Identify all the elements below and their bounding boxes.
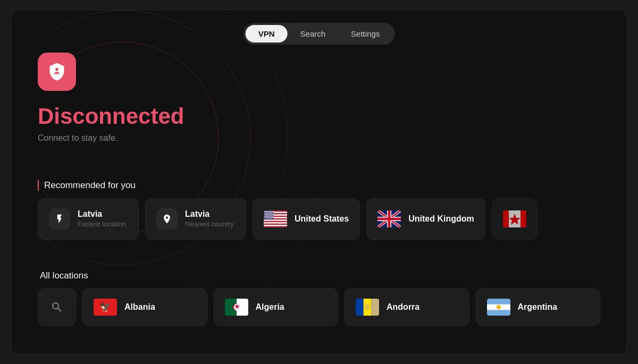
recommended-cards-row: Latvia Fastest location Latvia Nearest c… — [38, 198, 600, 240]
left-content: Disconnected Connect to stay safe. — [38, 53, 184, 164]
latvia-nearest-text: Latvia Nearest country — [185, 209, 234, 228]
svg-rect-48 — [521, 210, 526, 227]
argentina-name: Argentina — [518, 302, 558, 312]
svg-rect-59 — [371, 299, 379, 316]
all-locations-section: All locations 🦅 Albania — [11, 270, 627, 326]
andorra-name: Andorra — [387, 302, 419, 312]
svg-point-26 — [269, 214, 270, 215]
shield-lock-icon — [47, 62, 66, 81]
svg-point-35 — [266, 216, 267, 217]
svg-point-38 — [271, 216, 272, 217]
search-card[interactable] — [38, 289, 76, 326]
app-window: VPN Search Settings Disconnected Connect… — [11, 10, 627, 355]
tab-search[interactable]: Search — [288, 25, 339, 43]
svg-point-18 — [265, 212, 266, 213]
svg-point-28 — [272, 214, 273, 215]
status-subtitle: Connect to stay safe. — [38, 133, 184, 143]
algeria-name: Algeria — [256, 302, 284, 312]
svg-point-27 — [271, 214, 272, 215]
latvia-nearest-name: Latvia — [185, 209, 234, 219]
latvia-fastest-sub: Fastest location — [78, 220, 126, 228]
card-albania[interactable]: 🦅 Albania — [82, 289, 207, 326]
svg-rect-8 — [264, 219, 287, 221]
svg-point-24 — [266, 214, 267, 215]
locations-row: 🦅 Albania Algeria — [38, 289, 600, 326]
svg-point-13 — [266, 211, 267, 212]
card-latvia-fastest[interactable]: Latvia Fastest location — [38, 198, 139, 240]
uk-name: United Kingdom — [408, 214, 474, 224]
svg-rect-9 — [264, 222, 287, 223]
svg-point-15 — [269, 211, 270, 212]
al-flag: 🦅 — [94, 299, 117, 316]
svg-point-29 — [265, 215, 266, 216]
lightning-icon-wrapper — [49, 208, 70, 230]
svg-point-17 — [272, 211, 273, 212]
search-icon — [51, 301, 63, 314]
svg-point-33 — [272, 215, 273, 216]
us-name: United States — [295, 214, 349, 224]
recommended-label: Recommended for you — [38, 180, 600, 191]
svg-point-16 — [271, 211, 272, 212]
svg-point-42 — [268, 217, 270, 218]
svg-point-22 — [272, 212, 273, 213]
top-nav: VPN Search Settings — [244, 23, 395, 45]
svg-point-36 — [267, 216, 268, 217]
latvia-nearest-sub: Nearest country — [185, 220, 234, 228]
svg-point-19 — [267, 212, 268, 213]
svg-point-20 — [268, 212, 270, 213]
card-united-states[interactable]: United States — [253, 198, 360, 240]
card-canada-partial[interactable] — [492, 198, 538, 240]
tab-vpn[interactable]: VPN — [246, 25, 288, 43]
svg-point-23 — [264, 214, 265, 215]
svg-rect-10 — [264, 225, 287, 226]
dz-flag — [225, 299, 248, 316]
lightning-icon — [54, 214, 65, 224]
ar-flag — [487, 299, 510, 316]
ad-flag — [356, 299, 379, 316]
svg-point-63 — [497, 305, 501, 309]
svg-point-32 — [270, 215, 271, 216]
recommended-section: Recommended for you Latvia Fastest locat… — [11, 180, 627, 240]
svg-point-40 — [265, 217, 266, 218]
svg-point-21 — [270, 212, 271, 213]
svg-point-37 — [269, 216, 270, 217]
pin-icon — [162, 214, 172, 224]
svg-point-30 — [267, 215, 268, 216]
svg-rect-47 — [503, 210, 509, 227]
svg-rect-60 — [365, 304, 370, 310]
albania-name: Albania — [124, 302, 155, 312]
pin-icon-wrapper — [156, 208, 178, 230]
svg-point-41 — [267, 217, 268, 218]
svg-point-25 — [267, 214, 268, 215]
connection-status: Disconnected — [38, 104, 184, 129]
svg-point-43 — [270, 217, 271, 218]
card-algeria[interactable]: Algeria — [214, 289, 339, 326]
latvia-fastest-text: Latvia Fastest location — [78, 209, 126, 228]
card-argentina[interactable]: Argentina — [476, 289, 601, 326]
svg-point-44 — [272, 217, 273, 218]
us-text: United States — [295, 214, 349, 224]
svg-point-31 — [268, 215, 270, 216]
latvia-fastest-name: Latvia — [78, 209, 126, 219]
ca-flag — [503, 210, 526, 227]
all-locations-label: All locations — [38, 270, 600, 281]
card-andorra[interactable]: Andorra — [345, 289, 469, 326]
card-latvia-nearest[interactable]: Latvia Nearest country — [145, 198, 246, 240]
us-flag — [264, 210, 287, 227]
svg-text:🦅: 🦅 — [99, 301, 112, 313]
uk-text: United Kingdom — [408, 214, 474, 224]
card-united-kingdom[interactable]: United Kingdom — [366, 198, 485, 240]
vpn-logo — [38, 53, 76, 91]
svg-point-14 — [267, 211, 268, 212]
tab-settings[interactable]: Settings — [338, 25, 392, 43]
svg-point-34 — [264, 216, 265, 217]
svg-point-39 — [272, 216, 273, 217]
svg-point-12 — [264, 211, 265, 212]
uk-flag — [377, 210, 401, 227]
